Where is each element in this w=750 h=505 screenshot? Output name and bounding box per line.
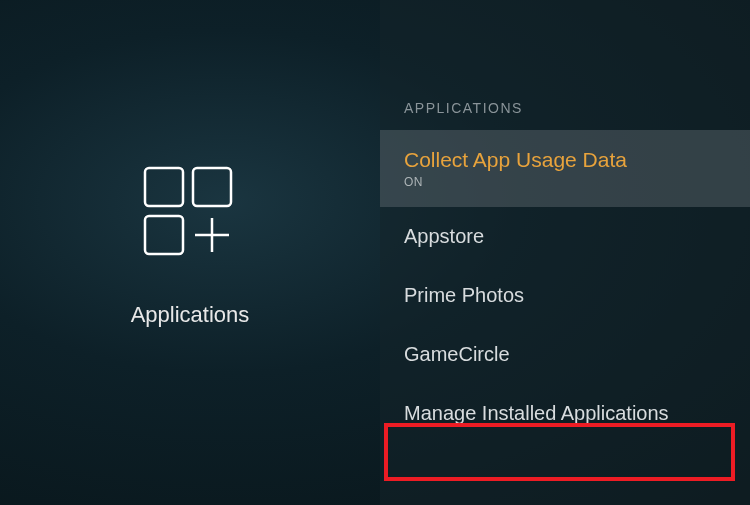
- menu-item-prime-photos[interactable]: Prime Photos: [380, 266, 750, 325]
- svg-rect-1: [193, 168, 231, 206]
- left-panel-label: Applications: [131, 302, 250, 328]
- menu-item-subtitle: ON: [404, 175, 726, 189]
- left-panel: Applications: [0, 0, 380, 505]
- menu-item-title: GameCircle: [404, 343, 726, 366]
- right-panel: APPLICATIONS Collect App Usage Data ON A…: [380, 0, 750, 505]
- section-header: APPLICATIONS: [380, 100, 750, 130]
- menu-item-manage-installed-applications[interactable]: Manage Installed Applications: [380, 384, 750, 443]
- applications-icon: [135, 158, 245, 272]
- menu-item-title: Appstore: [404, 225, 726, 248]
- svg-rect-2: [145, 216, 183, 254]
- svg-rect-0: [145, 168, 183, 206]
- menu-item-gamecircle[interactable]: GameCircle: [380, 325, 750, 384]
- menu-item-appstore[interactable]: Appstore: [380, 207, 750, 266]
- menu-item-collect-app-usage-data[interactable]: Collect App Usage Data ON: [380, 130, 750, 207]
- menu-item-title: Collect App Usage Data: [404, 148, 726, 172]
- menu-item-title: Manage Installed Applications: [404, 402, 726, 425]
- menu-item-title: Prime Photos: [404, 284, 726, 307]
